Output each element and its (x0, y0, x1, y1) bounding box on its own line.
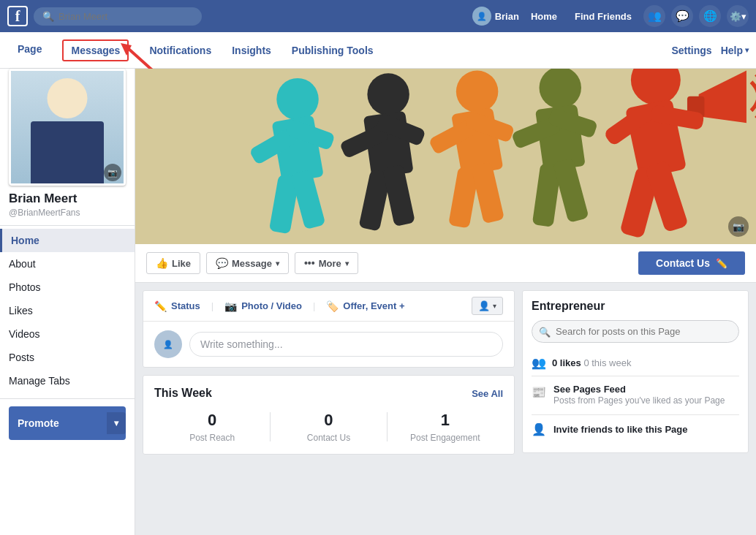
top-nav: f 🔍 👤 Brian Home Find Friends 👥 💬 🌐 ⚙️▾ (0, 0, 756, 32)
svg-point-3 (276, 78, 318, 120)
tab-separator-2: | (313, 300, 315, 311)
people-icon: 👥 (532, 356, 546, 370)
promote-button[interactable]: Promote ▾ (9, 406, 126, 440)
settings-link[interactable]: Settings (671, 45, 711, 56)
see-pages-feed-row[interactable]: 📰 See Pages Feed Posts from Pages you've… (532, 376, 739, 415)
stat-post-engagement: 1 Post Engagement (388, 411, 503, 443)
sidebar-item-likes[interactable]: Likes (0, 299, 135, 322)
main-container: 📷 Brian Meert @BrianMeertFans Home About… (0, 69, 756, 535)
svg-point-9 (367, 73, 409, 115)
invite-friends-row[interactable]: 👤 Invite friends to like this Page (532, 415, 739, 444)
camera-icon-profile[interactable]: 📷 (104, 164, 121, 181)
feed-column: ✏️ Status | 📷 Photo / Video | 🏷️ Offer, … (143, 290, 515, 528)
see-all-link[interactable]: See All (472, 388, 503, 399)
search-input-wrap: 🔍 (532, 320, 739, 343)
post-type-tabs: ✏️ Status | 📷 Photo / Video | 🏷️ Offer, … (143, 291, 514, 322)
svg-point-15 (456, 70, 498, 112)
page-handle: @BrianMeertFans (0, 208, 135, 225)
message-button[interactable]: 💬 Message ▾ (206, 252, 289, 274)
stat-number-engagement: 1 (441, 411, 450, 430)
fb-logo[interactable]: f (7, 6, 28, 26)
search-bar[interactable]: 🔍 (34, 7, 202, 26)
contact-us-button[interactable]: Contact Us ✏️ (638, 251, 745, 275)
write-post-area: 👤 Write something... (143, 322, 514, 367)
audience-selector[interactable]: 👤 ▾ (472, 297, 503, 315)
nav-icon-globe[interactable]: 🌐 (699, 5, 721, 27)
sidebar-item-home[interactable]: Home (0, 229, 135, 252)
stats-row: 0 Post Reach 0 Contact Us 1 Post Engagem… (154, 411, 503, 443)
tab-page[interactable]: Page (7, 32, 52, 69)
chevron-down-audience: ▾ (493, 302, 496, 310)
tab-notifications[interactable]: Notifications (139, 32, 222, 69)
page-nav-right: Settings Help ▾ (671, 45, 749, 56)
sidebar: 📷 Brian Meert @BrianMeertFans Home About… (0, 69, 135, 535)
nav-icon-friends[interactable]: 👥 (643, 5, 665, 27)
page-name: Brian Meert (0, 191, 135, 208)
nav-icon-chat[interactable]: 💬 (671, 5, 693, 27)
stat-label-reach: Post Reach (189, 433, 235, 443)
right-column: Entrepreneur 🔍 👥 0 likes 0 this week (522, 290, 749, 528)
write-post-input[interactable]: Write something... (189, 332, 503, 357)
search-icon-right: 🔍 (539, 326, 551, 337)
find-friends-link[interactable]: Find Friends (569, 11, 638, 22)
sidebar-item-posts[interactable]: Posts (0, 346, 135, 369)
entrepreneur-card: Entrepreneur 🔍 👥 0 likes 0 this week (522, 290, 749, 453)
offer-event-tab[interactable]: 🏷️ Offer, Event + (326, 300, 404, 312)
sidebar-item-videos[interactable]: Videos (0, 322, 135, 346)
pages-feed-text: See Pages Feed Posts from Pages you've l… (553, 384, 725, 407)
this-week-section: This Week See All 0 Post Reach 0 Contact… (143, 375, 515, 455)
promote-dropdown-icon: ▾ (107, 412, 126, 434)
stat-number-reach: 0 (208, 411, 216, 430)
stat-label-contact: Contact Us (307, 433, 350, 443)
content-row: ✏️ Status | 📷 Photo / Video | 🏷️ Offer, … (135, 283, 756, 535)
avatar: 👤 (472, 7, 491, 26)
stat-label-engagement: Post Engagement (410, 433, 480, 443)
sidebar-nav: Home About Photos Likes Videos Posts Man… (0, 229, 135, 392)
likes-row: 👥 0 likes 0 this week (532, 350, 739, 376)
page-nav: Page Messages Notifications Insights Pub… (0, 32, 756, 69)
tab-insights[interactable]: Insights (222, 32, 281, 69)
status-tab[interactable]: ✏️ Status (154, 300, 200, 312)
photo-video-tab[interactable]: 📷 Photo / Video (224, 300, 302, 312)
nav-icon-settings[interactable]: ⚙️▾ (727, 5, 749, 27)
sidebar-item-about[interactable]: About (0, 252, 135, 276)
tab-messages[interactable]: Messages (52, 32, 139, 69)
more-chevron-icon: ▾ (345, 259, 349, 268)
stat-post-reach: 0 Post Reach (154, 411, 270, 443)
message-icon: 💬 (216, 257, 228, 269)
post-box: ✏️ Status | 📷 Photo / Video | 🏷️ Offer, … (143, 290, 515, 368)
tab-separator-1: | (211, 300, 213, 311)
invite-icon: 👤 (532, 422, 546, 436)
post-avatar: 👤 (154, 330, 182, 358)
entrepreneur-title: Entrepreneur (532, 300, 739, 313)
cover-art (135, 69, 756, 244)
sidebar-item-photos[interactable]: Photos (0, 276, 135, 299)
search-input[interactable] (58, 11, 183, 22)
message-chevron-icon: ▾ (276, 259, 279, 268)
chevron-down-icon: ▾ (745, 46, 749, 54)
home-link[interactable]: Home (525, 11, 563, 22)
profile-pic-section: 📷 (9, 69, 126, 186)
invite-text: Invite friends to like this Page (553, 424, 688, 435)
cover-photo: 📷 (135, 69, 756, 244)
search-page-input[interactable] (532, 320, 739, 343)
audience-icon: 👤 (478, 300, 490, 311)
pages-feed-icon: 📰 (532, 385, 546, 399)
page-nav-tabs: Page Messages Notifications Insights Pub… (7, 32, 671, 68)
flag-icon: 🏷️ (326, 300, 339, 312)
stat-contact-us: 0 Contact Us (271, 411, 386, 443)
user-nav[interactable]: 👤 Brian (472, 7, 519, 26)
sidebar-item-manage-tabs[interactable]: Manage Tabs (0, 369, 135, 392)
this-week-header: This Week See All (154, 387, 503, 400)
tab-publishing-tools[interactable]: Publishing Tools (281, 32, 384, 69)
help-button[interactable]: Help ▾ (721, 45, 749, 56)
camera-icon-tab: 📷 (224, 300, 237, 312)
like-button[interactable]: 👍 Like (146, 252, 200, 274)
action-bar-left: 👍 Like 💬 Message ▾ ••• More ▾ (146, 252, 358, 274)
likes-count: 0 likes 0 this week (552, 357, 631, 368)
main-content: 📷 👍 Like 💬 Message ▾ ••• More ▾ (135, 69, 756, 535)
pencil-icon: ✏️ (154, 300, 167, 312)
camera-icon-cover[interactable]: 📷 (728, 216, 749, 237)
more-button[interactable]: ••• More ▾ (295, 252, 358, 274)
user-name: Brian (495, 11, 519, 22)
